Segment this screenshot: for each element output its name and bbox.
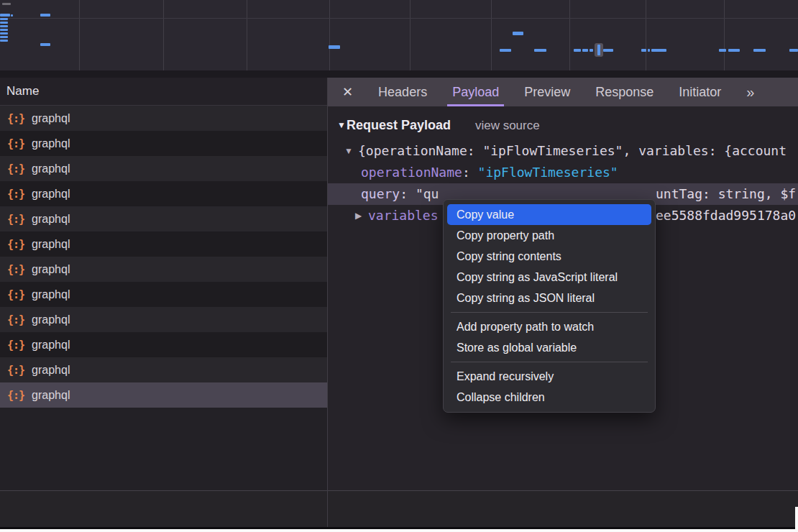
json-braces-icon: {:} — [7, 137, 24, 150]
context-menu: Copy valueCopy property pathCopy string … — [443, 199, 656, 413]
timeline-bar — [329, 45, 340, 49]
overview-bottom-strip — [0, 70, 798, 78]
tree-row-0[interactable]: ▼{operationName: "ipFlowTimeseries", var… — [327, 140, 798, 162]
more-tabs-icon[interactable]: » — [746, 78, 754, 106]
request-row-label: graphql — [32, 313, 70, 326]
json-braces-icon: {:} — [7, 263, 24, 276]
request-row[interactable]: {:}graphql — [0, 231, 327, 257]
detail-tabs: HeadersPayloadPreviewResponseInitiator — [378, 78, 746, 106]
timeline-bar — [513, 32, 523, 35]
request-row[interactable]: {:}graphql — [0, 181, 327, 206]
tab-response[interactable]: Response — [595, 78, 653, 106]
overview-gridline — [724, 0, 725, 70]
menu-item-copy-string-as-javascript-literal[interactable]: Copy string as JavaScript literal — [447, 267, 651, 288]
timeline-bar — [0, 40, 8, 42]
json-braces-icon: {:} — [7, 162, 24, 175]
request-row[interactable]: {:}graphql — [0, 307, 327, 332]
tree-segment: operationName — [361, 165, 462, 180]
request-row[interactable]: {:}graphql — [0, 156, 327, 181]
tree-segment: query — [361, 186, 400, 201]
timeline-bar — [648, 49, 650, 52]
request-row[interactable]: {:}graphql — [0, 131, 327, 156]
overview-gridline — [163, 0, 164, 70]
menu-item-collapse-children[interactable]: Collapse children — [447, 387, 651, 408]
timeline-bar — [719, 49, 726, 52]
overview-gridline — [646, 0, 646, 70]
request-row-label: graphql — [32, 137, 70, 150]
json-braces-icon: {:} — [7, 288, 24, 301]
expanded-arrow-icon[interactable]: ▼ — [344, 140, 353, 162]
tab-initiator[interactable]: Initiator — [679, 78, 721, 106]
request-payload-header: ▼Request Payload view source — [327, 106, 798, 133]
request-row[interactable]: {:}graphql — [0, 106, 327, 131]
overview-gridline — [247, 0, 247, 70]
timeline-bar — [789, 49, 798, 52]
request-row-label: graphql — [32, 188, 70, 201]
menu-separator — [451, 312, 648, 313]
name-column-label: Name — [6, 84, 39, 98]
request-row-label: graphql — [32, 339, 70, 352]
timeline-bar — [534, 49, 546, 52]
timeline-bar — [0, 22, 8, 24]
timeline-bar — [2, 3, 11, 5]
menu-item-store-as-global-variable[interactable]: Store as global variable — [447, 337, 651, 358]
menu-item-expand-recursively[interactable]: Expand recursively — [447, 366, 651, 387]
menu-item-copy-value[interactable]: Copy value — [447, 204, 651, 225]
timeline-selected-marker-core — [597, 45, 600, 55]
timeline-bar — [0, 29, 8, 31]
request-row[interactable]: {:}graphql — [0, 332, 327, 357]
timeline-bar — [603, 49, 613, 52]
json-braces-icon: {:} — [7, 364, 24, 377]
timeline-selected-marker — [595, 43, 603, 57]
tree-segment: "qu — [416, 186, 439, 201]
tree-segment: {operationName: "ipFlowTimeseries", vari… — [358, 143, 786, 158]
menu-item-copy-property-path[interactable]: Copy property path — [447, 225, 651, 246]
timeline-bar — [0, 14, 10, 17]
close-icon[interactable]: ✕ — [342, 78, 353, 106]
request-payload-title[interactable]: ▼Request Payload — [337, 118, 451, 133]
request-row[interactable]: {:}graphql — [0, 257, 327, 282]
request-row-label: graphql — [32, 112, 70, 125]
tree-segment: : — [400, 186, 416, 201]
tab-headers[interactable]: Headers — [378, 78, 427, 106]
timeline-bar — [11, 14, 13, 17]
tab-payload[interactable]: Payload — [447, 78, 504, 106]
timeline-bar — [651, 49, 666, 52]
request-row-label: graphql — [32, 263, 70, 276]
tree-row-1[interactable]: operationName: "ipFlowTimeseries" — [327, 162, 798, 183]
timeline-bar — [0, 36, 8, 38]
timeline-bar — [40, 14, 50, 17]
view-source-link[interactable]: view source — [475, 119, 540, 133]
request-row[interactable]: {:}graphql — [0, 206, 327, 231]
request-row-label: graphql — [32, 213, 70, 226]
footer-bar — [0, 490, 798, 528]
overview-gridline — [569, 0, 570, 70]
timeline-bar — [574, 49, 581, 52]
timeline-bar — [500, 49, 511, 52]
menu-item-copy-string-as-json-literal[interactable]: Copy string as JSON literal — [447, 288, 651, 308]
timeline-bar — [582, 49, 588, 52]
name-column-header[interactable]: Name — [0, 78, 327, 106]
collapsed-arrow-icon[interactable]: ▶ — [355, 205, 362, 226]
section-expander-icon: ▼ — [337, 120, 346, 130]
timeline-bar — [590, 49, 593, 52]
overview-gridline — [329, 0, 330, 70]
json-braces-icon: {:} — [7, 112, 24, 125]
request-row-label: graphql — [32, 238, 70, 251]
json-braces-icon: {:} — [7, 313, 24, 326]
timeline-bar — [0, 18, 8, 20]
request-row-label: graphql — [32, 162, 70, 175]
tab-preview[interactable]: Preview — [524, 78, 570, 106]
page-behind-strip — [0, 529, 798, 532]
overview-hline — [0, 18, 798, 19]
request-row[interactable]: {:}graphql — [0, 357, 327, 382]
json-braces-icon: {:} — [7, 238, 24, 251]
panel-divider[interactable] — [327, 78, 328, 527]
network-overview[interactable] — [0, 0, 798, 70]
menu-item-add-property-path-to-watch[interactable]: Add property path to watch — [447, 316, 651, 337]
menu-item-copy-string-contents[interactable]: Copy string contents — [447, 246, 651, 267]
request-row[interactable]: {:}graphql — [0, 382, 327, 408]
json-braces-icon: {:} — [7, 389, 24, 402]
request-row[interactable]: {:}graphql — [0, 282, 327, 307]
request-list: {:}graphql{:}graphql{:}graphql{:}graphql… — [0, 106, 327, 408]
